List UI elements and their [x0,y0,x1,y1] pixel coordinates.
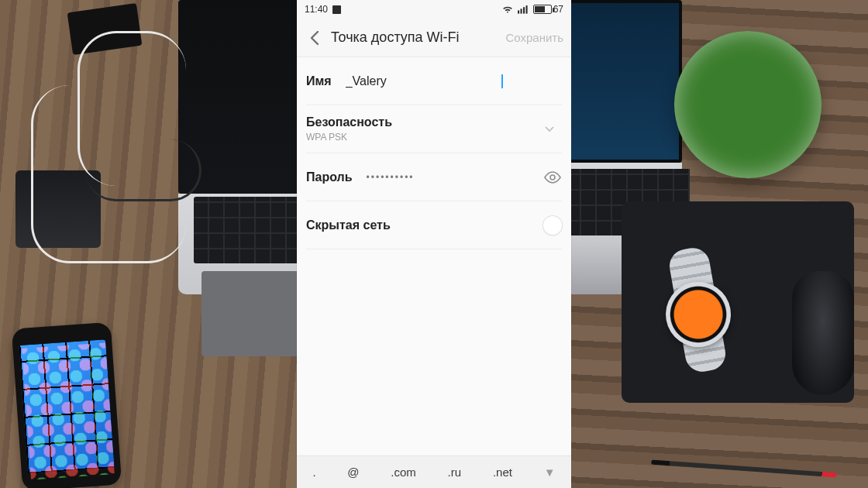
battery-indicator: 67 [533,4,563,15]
kb-key-ru[interactable]: .ru [443,466,467,479]
row-security[interactable]: Безопасность WPA PSK [306,105,562,153]
svg-rect-0 [518,10,519,13]
name-label: Имя [306,74,332,88]
kb-key-net[interactable]: .net [488,466,517,479]
hidden-label: Скрытая сеть [306,218,391,232]
row-password[interactable]: Пароль •••••••••• [306,153,562,201]
status-bar: 11:40 67 [297,0,571,19]
nav-bar: Точка доступа Wi-Fi Сохранить [297,19,571,57]
password-mask: •••••••••• [367,172,415,183]
eye-icon [543,171,562,184]
status-time: 11:40 [305,4,328,15]
chevron-down-icon [545,126,554,132]
save-button[interactable]: Сохранить [505,31,563,44]
svg-point-4 [550,175,555,180]
keyboard-suggestion-row: . @ .com .ru .net ▼ [297,455,571,488]
row-hidden-network[interactable]: Скрытая сеть [306,201,562,249]
wifi-icon [502,5,513,14]
show-password-button[interactable] [543,171,562,184]
kb-key-at[interactable]: @ [343,466,363,479]
hotspot-form: Имя Безопасность WPA PSK Пароль ••••••••… [297,57,571,249]
battery-percent: 67 [553,4,563,15]
signal-icon [518,5,529,14]
security-value: WPA PSK [306,132,347,143]
page-title: Точка доступа Wi-Fi [331,29,460,46]
row-name[interactable]: Имя [306,57,562,105]
notification-icon [332,5,341,14]
phone-screenshot: 11:40 67 Точка доступа Wi-F [297,0,571,488]
password-label: Пароль [306,170,353,184]
keyboard-collapse-icon[interactable]: ▼ [539,466,560,479]
svg-rect-1 [520,9,522,13]
svg-rect-3 [525,5,527,14]
kb-key-dot[interactable]: . [308,466,320,479]
back-button[interactable] [305,28,325,48]
security-label: Безопасность [306,115,392,129]
kb-key-com[interactable]: .com [386,466,421,479]
name-input[interactable] [346,74,503,88]
hidden-toggle[interactable] [543,216,562,235]
chevron-left-icon [309,30,320,46]
svg-rect-2 [523,7,525,13]
